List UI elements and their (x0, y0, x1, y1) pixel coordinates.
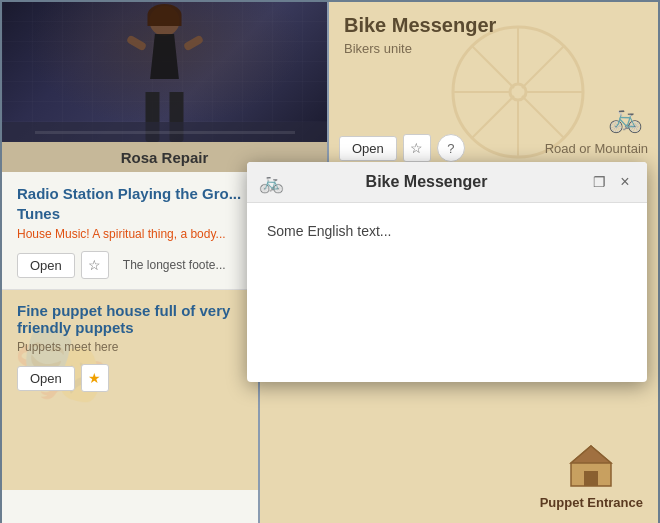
puppet-subtitle: Puppets meet here (17, 340, 243, 354)
bike-star-button[interactable]: ☆ (403, 134, 431, 162)
svg-line-9 (472, 96, 514, 138)
road-mountain-text: Road or Mountain (545, 141, 648, 156)
puppet-actions: Open ★ (17, 364, 243, 392)
rosa-photo (2, 2, 327, 142)
radio-footer-text: The longest foote... (123, 258, 226, 272)
modal-bike-icon: 🚲 (259, 170, 284, 194)
card-puppet-house: 🎭 Fine puppet house full of very friendl… (2, 290, 258, 490)
modal-header: 🚲 Bike Messenger ❐ × (247, 162, 647, 203)
puppet-open-button[interactable]: Open (17, 366, 75, 391)
bike-card-actions: Open ☆ ? Road or Mountain (339, 134, 648, 162)
puppet-star-button[interactable]: ★ (81, 364, 109, 392)
main-container: Rosa Repair Bike Messenger Bikers unite (0, 0, 660, 523)
modal-restore-button[interactable]: ❐ (589, 172, 609, 192)
left-panel: Radio Station Playing the Gro... Tunes H… (2, 172, 260, 523)
radio-open-button[interactable]: Open (17, 253, 75, 278)
modal-close-button[interactable]: × (615, 172, 635, 192)
card-bike-messenger: Bike Messenger Bikers unite 🚲 Open ☆ ? R… (329, 2, 658, 172)
bike-card-content: Bike Messenger Bikers unite (329, 2, 658, 68)
svg-line-7 (522, 96, 564, 138)
bike-open-button[interactable]: Open (339, 136, 397, 161)
radio-star-button[interactable]: ☆ (81, 251, 109, 279)
svg-rect-12 (584, 471, 598, 486)
puppet-entrance-area: Puppet Entrance (540, 441, 643, 510)
modal-body-text: Some English text... (267, 223, 392, 239)
svg-marker-13 (571, 446, 611, 463)
bike-messenger-modal: 🚲 Bike Messenger ❐ × Some English text..… (247, 162, 647, 382)
bike-question-button[interactable]: ? (437, 134, 465, 162)
puppet-entrance-label: Puppet Entrance (540, 495, 643, 510)
house-icon (566, 441, 616, 491)
bike-icon-corner: 🚲 (608, 101, 643, 134)
radio-actions: Open ☆ The longest foote... (17, 251, 243, 279)
modal-controls: ❐ × (589, 172, 635, 192)
radio-subtitle: House Music! A spiritual thing, a body..… (17, 227, 243, 241)
bike-card-title: Bike Messenger (344, 14, 643, 37)
rosa-label-text: Rosa Repair (121, 149, 209, 166)
modal-body: Some English text... (247, 203, 647, 382)
bike-card-subtitle: Bikers unite (344, 41, 643, 56)
card-radio-station: Radio Station Playing the Gro... Tunes H… (2, 172, 258, 290)
modal-title: Bike Messenger (294, 173, 559, 191)
card-rosa: Rosa Repair (2, 2, 329, 172)
puppet-title: Fine puppet house full of very friendly … (17, 302, 243, 336)
top-row: Rosa Repair Bike Messenger Bikers unite (2, 2, 658, 172)
radio-title: Radio Station Playing the Gro... Tunes (17, 184, 243, 223)
